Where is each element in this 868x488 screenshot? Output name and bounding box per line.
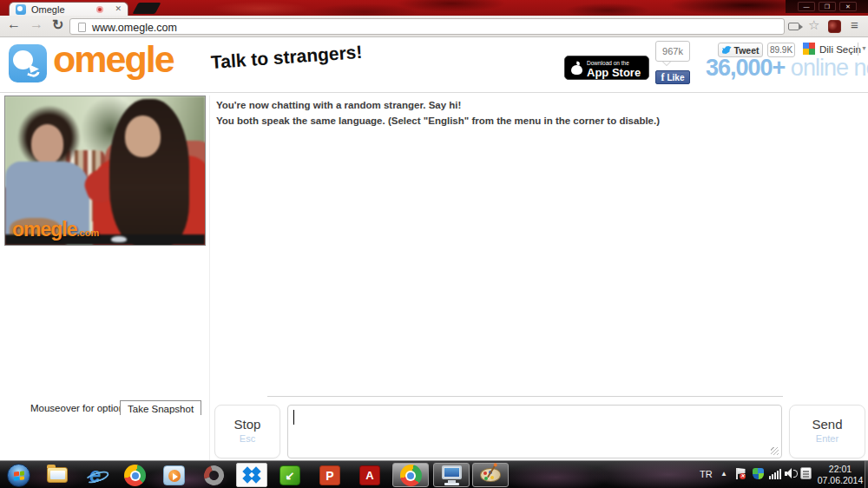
message-input[interactable] xyxy=(287,405,782,458)
facebook-f-icon: f xyxy=(661,71,664,84)
minimize-button[interactable]: — xyxy=(798,2,815,11)
send-label: Send xyxy=(790,417,865,432)
start-button[interactable] xyxy=(7,464,30,487)
show-desktop-button[interactable] xyxy=(865,461,868,488)
omegle-header: omegle Talk to strangers! Download on th… xyxy=(0,37,868,93)
status-message: You both speak the same language. (Selec… xyxy=(216,115,660,126)
extension-icon[interactable] xyxy=(828,20,841,33)
internet-explorer-icon[interactable]: e xyxy=(86,465,108,487)
mouseover-options-text: Mouseover for options. xyxy=(30,403,132,413)
tab-close-icon[interactable]: ✕ xyxy=(115,4,122,13)
like-label: Like xyxy=(667,73,684,82)
taskbar-clock[interactable]: 22:01 07.06.2014 xyxy=(816,464,865,486)
back-icon[interactable]: ← xyxy=(7,16,21,32)
tab-recording-icon xyxy=(96,6,103,13)
take-snapshot-button[interactable]: Take Snapshot xyxy=(120,400,201,415)
tray-expand-icon[interactable]: ▲ xyxy=(720,470,727,478)
send-button[interactable]: Send Enter xyxy=(789,405,865,458)
browser-toolbar: ← → ↻ www.omegle.com ☆ ≡ xyxy=(0,16,868,37)
antivirus-icon[interactable] xyxy=(753,468,764,479)
appstore-line2: App Store xyxy=(587,66,641,79)
monitor-icon xyxy=(442,465,462,479)
person-right-face xyxy=(125,115,161,157)
dropbox-icon[interactable] xyxy=(236,463,267,487)
stop-hint: Esc xyxy=(215,433,279,444)
chevron-down-icon[interactable]: ▼ xyxy=(861,45,867,51)
tab-title: Omegle xyxy=(31,4,65,15)
online-count: 36,000+ xyxy=(706,55,785,81)
self-video-controls: Mouseover for options. Take Snapshot xyxy=(26,400,221,415)
omegle-watermark: omegle.com xyxy=(12,220,99,240)
tagline: Talk to strangers! xyxy=(210,42,363,73)
resize-handle-icon[interactable] xyxy=(771,447,779,455)
gray-ring-app-icon[interactable] xyxy=(201,462,227,488)
url-text[interactable]: www.omegle.com xyxy=(92,22,177,34)
capture-tool-task[interactable] xyxy=(433,463,470,487)
address-bar[interactable]: www.omegle.com xyxy=(69,18,785,35)
windows-flag-icon xyxy=(14,471,24,480)
explorer-icon[interactable] xyxy=(47,467,68,483)
browser-titlebar: Omegle ✕ — ❐ ✕ xyxy=(0,0,868,16)
chrome-active-task[interactable] xyxy=(392,463,429,487)
twitter-bird-icon xyxy=(722,46,732,54)
language-select[interactable]: Dili Seçin xyxy=(819,44,861,55)
restore-button[interactable]: ❐ xyxy=(819,2,836,11)
omegle-favicon-icon xyxy=(16,4,26,15)
dropbox-diamond xyxy=(251,473,260,483)
omegle-logo-text[interactable]: omegle xyxy=(53,38,174,81)
network-signal-icon[interactable] xyxy=(769,468,781,479)
tweet-label: Tweet xyxy=(734,45,760,56)
text-caret xyxy=(293,410,294,425)
reload-icon[interactable]: ↻ xyxy=(52,16,63,33)
tray-app-icon[interactable] xyxy=(800,467,812,479)
stop-button[interactable]: Stop Esc xyxy=(214,405,280,458)
browser-menu-icon[interactable]: ≡ xyxy=(851,17,858,32)
page-icon xyxy=(78,23,86,32)
appstore-badge[interactable]: Download on the App Store xyxy=(564,56,649,80)
like-count-bubble: 967k xyxy=(655,41,690,62)
new-tab-button[interactable] xyxy=(133,3,161,14)
action-center-flag-icon[interactable]: ✕ xyxy=(736,468,746,479)
stop-label: Stop xyxy=(215,417,279,432)
logo-speech-bubble xyxy=(13,50,33,69)
window-controls: — ❐ ✕ xyxy=(786,0,868,13)
forward-icon[interactable]: → xyxy=(30,16,43,32)
chrome-icon xyxy=(400,465,422,486)
paint-task[interactable] xyxy=(472,463,509,487)
media-player-icon[interactable] xyxy=(163,465,185,485)
language-indicator[interactable]: TR xyxy=(700,469,713,479)
send-hint: Enter xyxy=(790,433,865,444)
idm-icon[interactable]: ↙ xyxy=(279,465,300,485)
message-typebox xyxy=(287,405,782,458)
like-count-pointer xyxy=(662,62,671,70)
media-capture-icon[interactable] xyxy=(788,23,799,30)
clock-time: 22:01 xyxy=(816,464,865,475)
divider xyxy=(858,43,858,56)
online-now: 36,000+ online now xyxy=(706,55,868,82)
stranger-video: omegle.com xyxy=(4,96,206,246)
bookmark-star-icon[interactable]: ☆ xyxy=(808,17,819,33)
apple-icon xyxy=(571,62,582,75)
volume-icon[interactable] xyxy=(785,468,798,479)
logo-swoosh xyxy=(27,69,40,79)
screen: Omegle ✕ — ❐ ✕ ← → ↻ www.omegle.com ☆ ≡ … xyxy=(0,0,868,488)
video-logo-mark xyxy=(111,236,127,242)
omegle-logo-icon[interactable] xyxy=(9,44,47,82)
monitor-base xyxy=(444,483,459,485)
windows-taskbar: e ↙ P A TR xyxy=(0,460,868,488)
facebook-like-button[interactable]: f Like xyxy=(655,70,690,84)
person-left-face xyxy=(31,124,63,162)
close-button[interactable]: ✕ xyxy=(839,2,857,11)
status-message: You're now chatting with a random strang… xyxy=(216,100,461,110)
powerpoint-icon[interactable]: P xyxy=(319,465,340,485)
online-label: online now xyxy=(785,55,868,81)
google-translate-icon xyxy=(803,43,815,55)
chrome-icon[interactable] xyxy=(124,465,146,486)
appstore-line1: Download on the xyxy=(587,60,629,66)
chatlog-bottom-border xyxy=(267,396,783,397)
clock-date: 07.06.2014 xyxy=(816,475,865,486)
browser-tab-omegle[interactable]: Omegle ✕ xyxy=(9,2,128,16)
adobe-reader-icon[interactable]: A xyxy=(359,465,380,485)
